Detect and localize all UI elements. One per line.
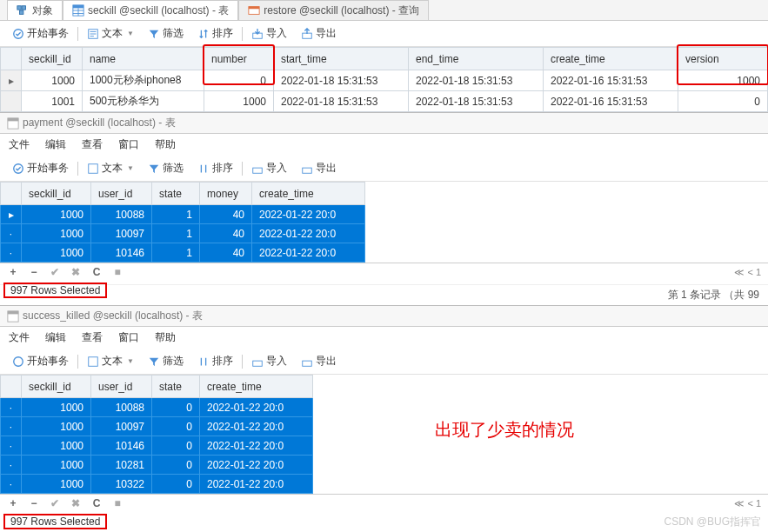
- table-icon: [72, 4, 84, 17]
- col-create-time[interactable]: create_time: [200, 376, 313, 398]
- table-row[interactable]: ·10001014602022-01-22 20:0: [1, 436, 313, 456]
- svg-marker-15: [150, 30, 159, 38]
- menu-file[interactable]: 文件: [9, 330, 30, 345]
- import-button[interactable]: 导入: [246, 159, 292, 177]
- menu-window[interactable]: 窗口: [118, 137, 139, 152]
- col-name[interactable]: name: [83, 48, 204, 70]
- add-row-button[interactable]: +: [7, 497, 19, 509]
- filter-button[interactable]: 筛选: [143, 159, 189, 177]
- panel-success-title: success_killed @seckill (localhost) - 表: [23, 309, 203, 323]
- col-version[interactable]: version: [678, 48, 768, 70]
- export-button[interactable]: 导出: [296, 159, 342, 177]
- chevron-down-icon: ▼: [127, 357, 134, 365]
- col-seckill-id[interactable]: seckill_id: [22, 48, 83, 70]
- sort-button[interactable]: 排序: [192, 159, 238, 177]
- delete-row-button[interactable]: −: [28, 497, 40, 509]
- export-button[interactable]: 导出: [296, 352, 342, 370]
- col-start-time[interactable]: start_time: [274, 48, 409, 70]
- sort-button[interactable]: 排序: [192, 24, 238, 43]
- begin-tx-button[interactable]: 开始事务: [7, 352, 74, 370]
- svg-rect-31: [303, 361, 312, 366]
- panel-payment-header: payment @seckill (localhost) - 表: [0, 112, 768, 134]
- menu-view[interactable]: 查看: [82, 137, 103, 152]
- stop-button[interactable]: ■: [111, 266, 124, 278]
- panel-success-header: success_killed @seckill (localhost) - 表: [0, 305, 768, 327]
- import-icon: [251, 163, 264, 175]
- delete-row-button[interactable]: −: [28, 266, 40, 278]
- menu-help[interactable]: 帮助: [155, 137, 176, 152]
- table-row[interactable]: ·10001008802022-01-22 20:0: [1, 398, 313, 417]
- col-create-time[interactable]: create_time: [544, 48, 678, 70]
- seckill-table[interactable]: seckill_id name number start_time end_ti…: [0, 47, 768, 112]
- svg-rect-26: [8, 310, 18, 314]
- import-button[interactable]: 导入: [246, 352, 292, 370]
- export-icon: [301, 163, 313, 175]
- refresh-button[interactable]: C: [90, 266, 103, 278]
- toolbar-2: 开始事务 文本▼ 筛选 排序 导入 导出: [0, 156, 768, 182]
- table-row[interactable]: ·10001028102022-01-22 20:0: [1, 456, 313, 475]
- menu-row-3: 文件 编辑 查看 窗口 帮助: [0, 327, 768, 349]
- svg-rect-30: [253, 361, 263, 366]
- filter-button[interactable]: 筛选: [143, 352, 189, 370]
- menu-edit[interactable]: 编辑: [45, 330, 66, 345]
- apply-button[interactable]: ✔: [49, 266, 61, 278]
- tab-seckill-label: seckill @seckill (localhost) - 表: [88, 3, 229, 18]
- col-number[interactable]: number: [204, 48, 274, 70]
- separator: [77, 27, 78, 41]
- tab-seckill[interactable]: seckill @seckill (localhost) - 表: [63, 0, 238, 20]
- col-create-time[interactable]: create_time: [252, 183, 365, 205]
- svg-point-27: [14, 356, 23, 366]
- menu-file[interactable]: 文件: [9, 137, 30, 152]
- payment-table[interactable]: seckill_id user_id state money create_ti…: [0, 182, 365, 263]
- col-seckill-id[interactable]: seckill_id: [22, 183, 91, 205]
- footer-bar-2: + − ✔ ✖ C ■ ≪ < 1: [0, 263, 768, 281]
- table-row[interactable]: ·1000101461402022-01-22 20:0: [1, 243, 365, 263]
- col-money[interactable]: money: [200, 183, 252, 205]
- col-state[interactable]: state: [152, 183, 200, 205]
- page-info: 第 1 条记录 （共 99: [0, 284, 768, 305]
- col-state[interactable]: state: [152, 376, 200, 398]
- text-button[interactable]: 文本▼: [82, 159, 139, 177]
- table-icon: [7, 117, 19, 130]
- begin-tx-button[interactable]: 开始事务: [7, 159, 74, 177]
- top-tab-row: 对象 seckill @seckill (localhost) - 表 rest…: [0, 0, 768, 21]
- filter-icon: [148, 28, 160, 40]
- table-row[interactable]: ▸ 1000 1000元秒杀iphone8 0 2022-01-18 15:31…: [1, 70, 768, 91]
- rows-selected-highlight-2: 997 Rows Selected: [3, 514, 107, 529]
- table-row[interactable]: ▸1000100881402022-01-22 20:0: [1, 205, 365, 224]
- col-seckill-id[interactable]: seckill_id: [22, 376, 91, 398]
- table-row[interactable]: ·1000100971402022-01-22 20:0: [1, 224, 365, 243]
- tab-objects[interactable]: 对象: [7, 0, 63, 20]
- tab-restore[interactable]: restore @seckill (localhost) - 查询: [238, 0, 429, 20]
- text-icon: [87, 356, 99, 368]
- cancel-button[interactable]: ✖: [70, 497, 82, 509]
- export-button[interactable]: 导出: [296, 24, 342, 43]
- filter-icon: [148, 356, 160, 368]
- stop-button[interactable]: ■: [111, 497, 124, 509]
- menu-help[interactable]: 帮助: [155, 330, 176, 345]
- refresh-button[interactable]: C: [90, 497, 103, 509]
- menu-window[interactable]: 窗口: [118, 330, 139, 345]
- filter-button[interactable]: 筛选: [143, 24, 189, 43]
- apply-button[interactable]: ✔: [49, 497, 61, 509]
- import-button[interactable]: 导入: [246, 24, 292, 43]
- begin-tx-icon: [12, 356, 24, 368]
- col-end-time[interactable]: end_time: [409, 48, 544, 70]
- query-icon: [248, 4, 260, 17]
- text-button[interactable]: 文本▼: [82, 352, 139, 370]
- text-button[interactable]: 文本 ▼: [82, 24, 139, 43]
- success-killed-table[interactable]: seckill_id user_id state create_time ·10…: [0, 375, 313, 494]
- col-user-id[interactable]: user_id: [91, 376, 152, 398]
- add-row-button[interactable]: +: [7, 266, 19, 278]
- table-row[interactable]: 1001 500元秒杀华为 1000 2022-01-18 15:31:53 2…: [1, 91, 768, 112]
- menu-view[interactable]: 查看: [82, 330, 103, 345]
- table-row[interactable]: ·10001009702022-01-22 20:0: [1, 417, 313, 436]
- col-user-id[interactable]: user_id: [91, 183, 152, 205]
- tab-objects-label: 对象: [32, 3, 53, 18]
- rows-selected-highlight: 997 Rows Selected: [3, 283, 107, 298]
- menu-edit[interactable]: 编辑: [45, 137, 66, 152]
- sort-button[interactable]: 排序: [192, 352, 238, 370]
- cancel-button[interactable]: ✖: [70, 266, 82, 278]
- table-row[interactable]: ·10001032202022-01-22 20:0: [1, 475, 313, 494]
- begin-tx-button[interactable]: 开始事务: [7, 24, 74, 43]
